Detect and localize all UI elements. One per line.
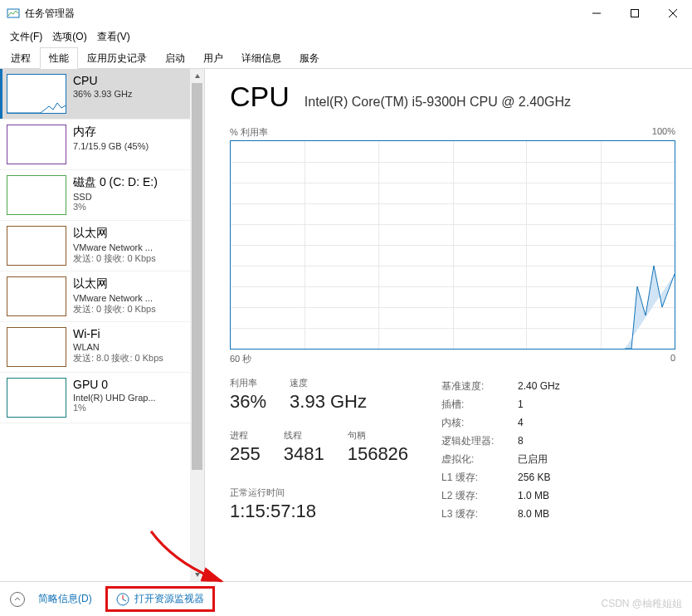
sidebar-mem-title: 内存 (73, 125, 183, 139)
lp-val: 8 (518, 432, 524, 450)
chart-ymax: 100% (652, 126, 675, 139)
svg-marker-5 (195, 74, 200, 78)
lp-key: 逻辑处理器: (441, 432, 518, 450)
title-bar: 任务管理器 (0, 0, 692, 27)
tab-users[interactable]: 用户 (194, 47, 232, 69)
cpu-chart[interactable] (230, 140, 675, 350)
brief-info-link[interactable]: 简略信息(D) (38, 592, 92, 606)
sidebar-net1-sub: VMware Network ... (73, 242, 183, 252)
content-area: CPU 36% 3.93 GHz 内存 7.1/15.9 GB (45%) 磁盘… (0, 69, 692, 581)
base-speed-key: 基准速度: (441, 377, 518, 395)
menu-file[interactable]: 文件(F) (5, 28, 47, 46)
tab-details[interactable]: 详细信息 (232, 47, 290, 69)
sidebar-scrollbar[interactable] (190, 69, 204, 581)
proc-label: 进程 (230, 429, 261, 442)
l1-key: L1 缓存: (441, 468, 518, 486)
handles-label: 句柄 (348, 429, 408, 442)
cpu-header: CPU Intel(R) Core(TM) i5-9300H CPU @ 2.4… (230, 81, 675, 113)
sidebar-cpu-sub: 36% 3.93 GHz (73, 89, 183, 99)
tab-processes[interactable]: 进程 (2, 47, 40, 69)
menu-view[interactable]: 查看(V) (92, 28, 135, 46)
threads-label: 线程 (284, 429, 324, 442)
svg-rect-0 (7, 9, 19, 17)
l2-key: L2 缓存: (441, 486, 518, 505)
minimize-button[interactable] (577, 0, 616, 27)
speed-value: 3.93 GHz (290, 391, 367, 413)
main-panel: CPU Intel(R) Core(TM) i5-9300H CPU @ 2.4… (205, 69, 692, 581)
app-icon (7, 7, 20, 20)
sidebar-item-gpu[interactable]: GPU 0 Intel(R) UHD Grap... 1% (0, 373, 190, 423)
svg-marker-6 (195, 573, 200, 577)
menu-bar: 文件(F) 选项(O) 查看(V) (0, 27, 692, 46)
speed-label: 速度 (290, 377, 367, 389)
sockets-val: 1 (518, 395, 524, 413)
sidebar-gpu-sub2: 1% (73, 403, 183, 413)
l1-val: 256 KB (518, 468, 550, 486)
sidebar-net1-sub2: 发送: 0 接收: 0 Kbps (73, 252, 183, 265)
close-button[interactable] (654, 0, 692, 27)
sidebar-item-memory[interactable]: 内存 7.1/15.9 GB (45%) (0, 120, 190, 170)
chart-line (625, 266, 675, 349)
tab-startup[interactable]: 启动 (156, 47, 194, 69)
sidebar-disk-sub2: 3% (73, 202, 183, 212)
proc-value: 255 (230, 443, 261, 465)
disk-thumbnail (7, 175, 66, 215)
cpu-heading: CPU (230, 81, 290, 113)
cpu-thumbnail (7, 74, 66, 114)
sidebar-net1-title: 以太网 (73, 226, 183, 241)
scroll-up-button[interactable] (190, 69, 204, 83)
scroll-down-button[interactable] (190, 567, 204, 581)
sidebar-wifi-sub: WLAN (73, 342, 183, 352)
sidebar-cpu-title: CPU (73, 74, 183, 87)
sidebar-net2-sub2: 发送: 0 接收: 0 Kbps (73, 303, 183, 315)
scroll-track[interactable] (190, 83, 204, 567)
wifi-thumbnail (7, 327, 66, 367)
util-value: 36% (230, 391, 266, 413)
sidebar-net2-title: 以太网 (73, 276, 183, 291)
sockets-key: 插槽: (441, 395, 518, 413)
sidebar-item-ethernet-2[interactable]: 以太网 VMware Network ... 发送: 0 接收: 0 Kbps (0, 271, 190, 322)
net-thumbnail (7, 226, 66, 266)
sidebar-net2-sub: VMware Network ... (73, 293, 183, 303)
base-speed-val: 2.40 GHz (518, 377, 560, 395)
memory-thumbnail (7, 125, 66, 164)
threads-value: 3481 (284, 443, 324, 465)
scroll-thumb[interactable] (192, 83, 202, 470)
chart-xlabel-right: 0 (670, 353, 675, 365)
virt-key: 虚拟化: (441, 450, 518, 468)
net-thumbnail (7, 276, 66, 316)
performance-sidebar: CPU 36% 3.93 GHz 内存 7.1/15.9 GB (45%) 磁盘… (0, 69, 205, 581)
chart-ylabel: % 利用率 (230, 126, 268, 139)
cores-key: 内核: (441, 413, 518, 432)
l3-key: L3 缓存: (441, 505, 518, 523)
sidebar-item-cpu[interactable]: CPU 36% 3.93 GHz (0, 69, 190, 120)
sidebar-mem-sub: 7.1/15.9 GB (45%) (73, 141, 183, 151)
open-resmon-highlight: 打开资源监视器 (105, 586, 215, 612)
tab-app-history[interactable]: 应用历史记录 (78, 47, 156, 69)
svg-rect-2 (631, 10, 639, 17)
sidebar-item-ethernet-1[interactable]: 以太网 VMware Network ... 发送: 0 接收: 0 Kbps (0, 221, 190, 271)
handles-value: 156826 (348, 443, 408, 465)
tab-bar: 进程 性能 应用历史记录 启动 用户 详细信息 服务 (0, 46, 692, 69)
collapse-button[interactable] (10, 592, 25, 607)
window-title: 任务管理器 (25, 7, 577, 21)
tab-services[interactable]: 服务 (290, 47, 329, 69)
open-resmon-link[interactable]: 打开资源监视器 (134, 592, 204, 606)
uptime-value: 1:15:57:18 (230, 501, 408, 522)
cores-val: 4 (518, 413, 524, 432)
sidebar-list: CPU 36% 3.93 GHz 内存 7.1/15.9 GB (45%) 磁盘… (0, 69, 190, 581)
sidebar-item-disk[interactable]: 磁盘 0 (C: D: E:) SSD 3% (0, 170, 190, 221)
sidebar-gpu-sub: Intel(R) UHD Grap... (73, 393, 183, 403)
l3-val: 8.0 MB (518, 505, 549, 523)
sidebar-wifi-sub2: 发送: 8.0 接收: 0 Kbps (73, 352, 183, 364)
resmon-icon (116, 593, 129, 606)
menu-options[interactable]: 选项(O) (47, 28, 91, 46)
sidebar-wifi-title: Wi-Fi (73, 327, 183, 340)
uptime-label: 正常运行时间 (230, 486, 408, 499)
tab-performance[interactable]: 性能 (40, 47, 78, 69)
sidebar-item-wifi[interactable]: Wi-Fi WLAN 发送: 8.0 接收: 0 Kbps (0, 322, 190, 373)
maximize-button[interactable] (616, 0, 654, 27)
virt-val: 已启用 (518, 450, 548, 468)
stats-area: 利用率36% 速度3.93 GHz 进程255 线程3481 句柄156826 … (230, 377, 675, 523)
gpu-thumbnail (7, 378, 66, 418)
